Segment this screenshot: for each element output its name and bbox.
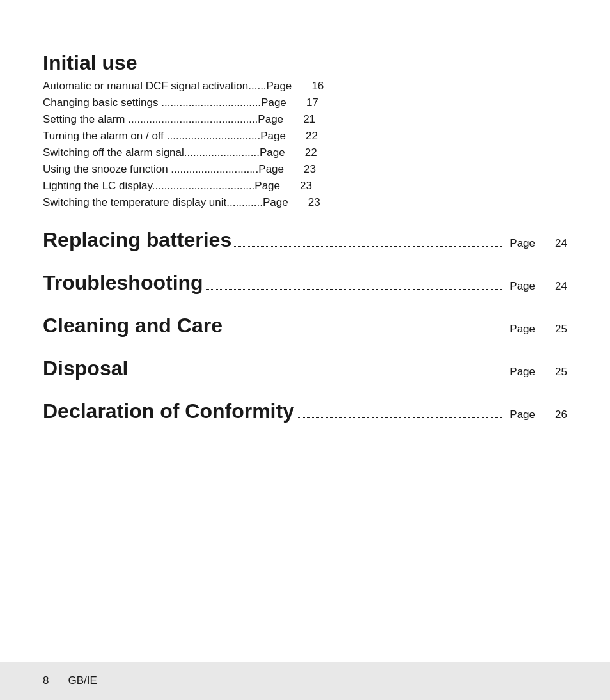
toc-entry-temp-display: Switching the temperature display unit..… — [43, 196, 567, 209]
initial-use-entries: Automatic or manual DCF signal activatio… — [43, 80, 567, 209]
toc-entry-basic-settings-page-label: Page — [261, 97, 286, 109]
toc-entry-alarm-signal-page-number: 22 — [298, 146, 317, 159]
cleaning-care-heading: Cleaning and Care — [43, 314, 223, 338]
replacing-batteries-page-number: 24 — [548, 237, 567, 250]
footer-page-number: 8 — [43, 674, 49, 687]
disposal-dots — [130, 375, 504, 375]
troubleshooting-page-label: Page — [510, 280, 535, 293]
toc-entry-basic-settings: Changing basic settings ................… — [43, 97, 567, 109]
troubleshooting-heading: Troubleshooting — [43, 271, 203, 295]
toc-entry-snooze-page-label: Page — [258, 163, 284, 176]
disposal-heading: Disposal — [43, 357, 128, 380]
toc-entry-alarm-onoff-text: Turning the alarm on / off .............… — [43, 130, 260, 143]
footer: 8 GB/IE — [0, 662, 610, 700]
toc-entry-basic-settings-text: Changing basic settings ................… — [43, 97, 261, 109]
disposal-page-number: 25 — [548, 366, 567, 378]
toc-entry-lc-display: Lighting the LC display.................… — [43, 180, 567, 192]
cleaning-care-page-number: 25 — [548, 323, 567, 336]
toc-entry-snooze-page-number: 23 — [297, 163, 316, 176]
toc-entry-dcf-text: Automatic or manual DCF signal activatio… — [43, 80, 267, 93]
declaration-conformity-dots — [297, 417, 504, 418]
replacing-batteries-page-label: Page — [510, 237, 535, 250]
declaration-conformity-entry: Declaration of Conformity Page 26 — [43, 400, 567, 423]
toc-entry-temp-display-page-label: Page — [263, 196, 288, 209]
toc-entry-lc-display-page-number: 23 — [293, 180, 312, 192]
cleaning-care-dots — [225, 332, 504, 332]
toc-entry-dcf-page-label: Page — [267, 80, 292, 93]
toc-entry-alarm-onoff: Turning the alarm on / off .............… — [43, 130, 567, 143]
toc-entry-temp-display-page-number: 23 — [301, 196, 320, 209]
disposal-page-label: Page — [510, 366, 535, 378]
toc-entry-alarm-onoff-page-label: Page — [260, 130, 286, 143]
declaration-conformity-heading: Declaration of Conformity — [43, 400, 294, 423]
toc-entry-alarm-signal-text: Switching off the alarm signal..........… — [43, 146, 260, 159]
cleaning-care-page-label: Page — [510, 323, 535, 336]
replacing-batteries-entry: Replacing batteries Page 24 — [43, 228, 567, 252]
replacing-batteries-dots — [234, 246, 504, 247]
cleaning-care-entry: Cleaning and Care Page 25 — [43, 314, 567, 338]
troubleshooting-dots — [206, 289, 505, 290]
toc-entry-alarm-text: Setting the alarm ......................… — [43, 113, 258, 126]
declaration-conformity-page-label: Page — [510, 408, 535, 421]
toc-entry-alarm: Setting the alarm ......................… — [43, 113, 567, 126]
toc-entry-snooze-text: Using the snooze function ..............… — [43, 163, 258, 176]
toc-entry-basic-settings-page-number: 17 — [299, 97, 318, 109]
content-area: Initial use Automatic or manual DCF sign… — [0, 0, 610, 662]
declaration-conformity-page-number: 26 — [548, 408, 567, 421]
toc-entry-alarm-signal: Switching off the alarm signal..........… — [43, 146, 567, 159]
troubleshooting-entry: Troubleshooting Page 24 — [43, 271, 567, 295]
toc-entry-alarm-page-label: Page — [258, 113, 283, 126]
toc-entry-alarm-onoff-page-number: 22 — [299, 130, 318, 143]
toc-entry-snooze: Using the snooze function ..............… — [43, 163, 567, 176]
toc-entry-lc-display-page-label: Page — [254, 180, 280, 192]
replacing-batteries-heading: Replacing batteries — [43, 228, 231, 252]
initial-use-section: Initial use Automatic or manual DCF sign… — [43, 51, 567, 209]
footer-locale: GB/IE — [68, 674, 97, 687]
toc-entry-alarm-page-number: 21 — [296, 113, 315, 126]
troubleshooting-page-number: 24 — [548, 280, 567, 293]
disposal-entry: Disposal Page 25 — [43, 357, 567, 380]
toc-entry-dcf: Automatic or manual DCF signal activatio… — [43, 80, 567, 93]
page: Initial use Automatic or manual DCF sign… — [0, 0, 610, 700]
initial-use-heading: Initial use — [43, 51, 567, 75]
toc-entry-temp-display-text: Switching the temperature display unit..… — [43, 196, 263, 209]
toc-entry-lc-display-text: Lighting the LC display.................… — [43, 180, 254, 192]
toc-entry-dcf-page-number: 16 — [304, 80, 324, 93]
toc-entry-alarm-signal-page-label: Page — [260, 146, 285, 159]
